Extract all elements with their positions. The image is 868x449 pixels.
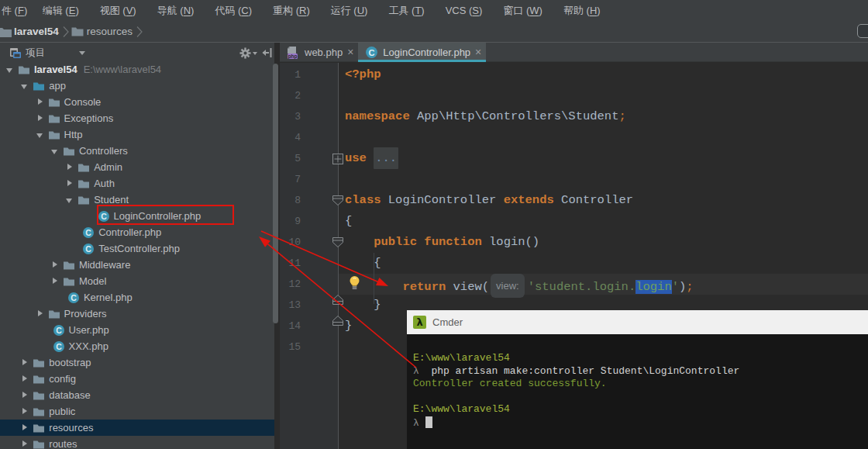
project-view-dropdown-icon[interactable] [79,51,85,55]
breadcrumb-label: resources [87,26,133,37]
line-number: 11 [280,253,301,274]
folder-icon [63,145,75,157]
tree-node-Http[interactable]: Http [0,126,274,143]
menu-item-E[interactable]: 编辑 (E) [32,4,89,18]
breadcrumb-item-resources[interactable]: resources [71,26,133,37]
svg-text:C: C [56,342,62,351]
menu-item-T[interactable]: 工具 (T) [378,4,435,18]
tree-node-laravel54[interactable]: laravel54E:\www\laravel54 [0,61,274,78]
tree-node-label: laravel54 [34,64,78,75]
tree-node-label: LoginController.php [114,210,202,222]
editor-tab-web.php[interactable]: phpweb.php× [280,43,358,61]
svg-text:php: php [288,53,298,58]
tree-node-Exceptions[interactable]: Exceptions [0,110,274,126]
menu-item-N[interactable]: 导航 (N) [146,4,205,18]
code-line: return view(view:'student.login.login'); [345,274,868,295]
tree-node-Admin[interactable]: Admin [0,159,274,175]
code-line: namespace App\Http\Controllers\Student; [345,106,868,127]
fold-open-icon[interactable] [332,237,344,248]
menu-bar: 件 (F)编辑 (E)视图 (V)导航 (N)代码 (C)重构 (R)运行 (U… [0,0,868,21]
tree-node-resources[interactable]: resources [0,420,274,436]
cmder-titlebar[interactable]: λ Cmder [407,310,868,334]
folder-icon [33,422,45,434]
project-path: E:\www\laravel54 [84,64,161,75]
folder-icon [48,129,60,141]
menu-item-C[interactable]: 代码 (C) [205,4,263,18]
tree-node-label: Controller.php [98,226,161,238]
tree-node-Middleware[interactable]: Middleware [0,257,274,273]
tree-node-bootstrap[interactable]: bootstrap [0,354,274,371]
tab-close-icon[interactable]: × [475,47,481,57]
tree-node-TestController.php[interactable]: CTestController.php [0,240,274,257]
code-line: use ... [345,148,868,169]
tree-node-database[interactable]: database [0,387,274,403]
tree-node-label: bootstrap [49,357,91,368]
tree-node-Console[interactable]: Console [0,94,274,110]
tree-node-XXX.php[interactable]: CXXX.php [0,338,274,354]
fold-open-icon[interactable] [332,195,344,206]
tree-node-label: Model [79,275,106,287]
tree-node-Providers[interactable]: Providers [0,306,274,322]
breadcrumb-bar: laravel54resources [0,21,868,43]
line-number: 14 [280,316,301,337]
project-panel: 项目 [0,43,274,449]
editor-tab-LoginController.php[interactable]: CLoginController.php× [358,43,486,61]
tree-node-label: Providers [64,308,107,319]
tree-node-config[interactable]: config [0,371,274,387]
tree-node-app[interactable]: app [0,78,274,94]
folder-icon [33,406,45,418]
project-tree: laravel54E:\www\laravel54appConsoleExcep… [0,61,274,449]
php-class-icon: C [365,46,378,59]
tree-node-public[interactable]: public [0,403,274,420]
project-scrollbar[interactable] [273,64,278,323]
menu-item-H[interactable]: 帮助 (H) [553,4,611,18]
tree-node-User.php[interactable]: CUser.php [0,322,274,338]
menu-item-S[interactable]: VCS (S) [435,5,493,16]
navbar-right-button[interactable] [857,24,868,38]
php-class-icon: C [98,210,110,223]
tree-node-LoginController.php[interactable]: CLoginController.php [0,208,274,224]
tree-node-label: User.php [69,324,109,336]
breadcrumb-chevron-icon [136,26,143,38]
intention-bulb-icon[interactable] [349,275,360,292]
tree-node-label: Exceptions [64,112,114,124]
php-class-icon: C [82,226,95,239]
fold-close-icon[interactable] [332,294,344,306]
fold-plus-icon[interactable] [332,153,344,164]
tree-node-Kernel.php[interactable]: CKernel.php [0,289,274,306]
tree-node-Model[interactable]: Model [0,273,274,289]
tree-node-label: Http [64,129,83,140]
tab-close-icon[interactable]: × [347,47,353,57]
menu-item-W[interactable]: 窗口 (W) [493,4,553,18]
terminal-line: λ php artisan make:controller Student\Lo… [413,365,868,378]
tree-node-label: resources [49,422,93,433]
terminal-line: λ [413,416,868,430]
tree-node-routes[interactable]: routes [0,436,274,449]
fold-close-icon[interactable] [332,315,344,326]
folder-icon [18,64,30,76]
breadcrumb-item-laravel54[interactable]: laravel54 [14,26,59,37]
folder-icon [78,194,90,206]
project-panel-title[interactable]: 项目 [26,47,45,60]
gear-icon[interactable] [239,47,251,59]
terminal-output[interactable]: E:\www\laravel54λ php artisan make:contr… [413,352,868,449]
tree-node-Controllers[interactable]: Controllers [0,143,274,159]
svg-text:C: C [71,293,77,302]
menu-item-V[interactable]: 视图 (V) [89,4,146,18]
tree-node-Student[interactable]: Student [0,192,274,208]
code-line [345,127,868,148]
menu-item-R[interactable]: 重构 (R) [263,4,321,18]
menu-item-U[interactable]: 运行 (U) [320,4,378,18]
folder-icon [33,80,45,92]
tree-node-label: Kernel.php [84,292,133,303]
tree-node-Auth[interactable]: Auth [0,175,274,192]
cmder-window[interactable]: λ Cmder E:\www\laravel54λ php artisan ma… [407,310,868,449]
tree-node-Controller.php[interactable]: CController.php [0,224,274,240]
folder-icon [78,161,90,174]
tab-title: LoginController.php [383,47,470,58]
svg-text:C: C [56,326,62,335]
collapse-all-icon[interactable] [262,47,273,58]
line-number: 4 [280,127,301,148]
menu-item-F[interactable]: 件 (F) [0,4,32,18]
gear-dropdown-icon[interactable] [253,52,257,55]
